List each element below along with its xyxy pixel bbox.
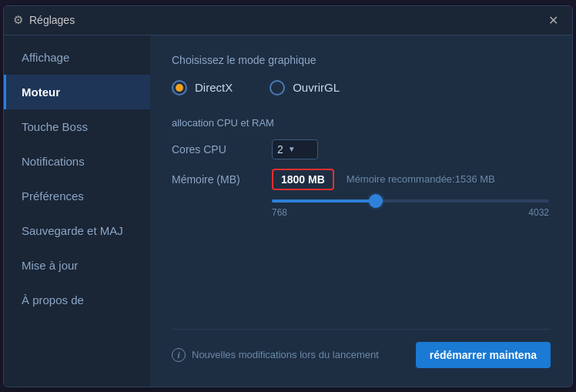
slider-row: 768 4032 bbox=[172, 199, 551, 218]
titlebar: ⚙ Réglages ✕ bbox=[4, 6, 572, 35]
content-area: Choisissez le mode graphique DirectX Ouv… bbox=[150, 35, 572, 387]
allocation-section: allocation CPU et RAM Cores CPU 2 ▼ Mémo… bbox=[172, 117, 551, 218]
sidebar-item-a-propos[interactable]: À propos de bbox=[4, 283, 150, 317]
allocation-title: allocation CPU et RAM bbox=[172, 117, 551, 129]
footer-info: i Nouvelles modifications lors du lancem… bbox=[172, 348, 379, 362]
ouvrirgl-option[interactable]: OuvrirGL bbox=[270, 80, 340, 95]
slider-min-label: 768 bbox=[272, 207, 287, 218]
gear-icon: ⚙ bbox=[13, 13, 23, 27]
slider-thumb[interactable] bbox=[369, 194, 383, 208]
directx-label: DirectX bbox=[195, 81, 233, 94]
memory-row: Mémoire (MB) 1800 MB Mémoire recommandée… bbox=[172, 169, 551, 190]
slider-labels: 768 4032 bbox=[272, 207, 549, 218]
dropdown-arrow-icon: ▼ bbox=[288, 145, 296, 153]
ouvrirgl-radio[interactable] bbox=[270, 80, 285, 95]
directx-radio-dot bbox=[176, 84, 183, 92]
graphics-options-row: DirectX OuvrirGL bbox=[172, 80, 551, 95]
cores-label: Cores CPU bbox=[172, 143, 272, 156]
directx-radio[interactable] bbox=[172, 80, 187, 95]
ouvrirgl-label: OuvrirGL bbox=[293, 81, 340, 94]
info-icon: i bbox=[172, 348, 186, 362]
sidebar-item-moteur[interactable]: Moteur bbox=[4, 75, 150, 109]
memory-slider-container: 768 4032 bbox=[272, 199, 549, 218]
sidebar-item-notifications[interactable]: Notifications bbox=[4, 144, 150, 179]
footer: i Nouvelles modifications lors du lancem… bbox=[172, 329, 551, 368]
cores-value: 2 bbox=[277, 143, 283, 156]
restart-label: rédémarrer maintena bbox=[430, 349, 537, 361]
memory-recommendation: Mémoire recommandée:1536 MB bbox=[347, 173, 495, 185]
slider-max-label: 4032 bbox=[528, 207, 549, 218]
slider-track[interactable] bbox=[272, 199, 549, 203]
sidebar-item-sauvegarde[interactable]: Sauvegarde et MAJ bbox=[4, 213, 150, 248]
window-title: Réglages bbox=[29, 14, 544, 26]
cores-row: Cores CPU 2 ▼ bbox=[172, 139, 551, 159]
memory-value-box[interactable]: 1800 MB bbox=[272, 169, 334, 190]
settings-window: ⚙ Réglages ✕ Affichage Moteur Touche Bos… bbox=[3, 5, 573, 387]
cores-dropdown[interactable]: 2 ▼ bbox=[272, 139, 318, 159]
graphics-section-title: Choisissez le mode graphique bbox=[172, 54, 551, 66]
sidebar-item-touche-boss[interactable]: Touche Boss bbox=[4, 109, 150, 144]
sidebar-item-affichage[interactable]: Affichage bbox=[4, 40, 150, 75]
restart-button[interactable]: rédémarrer maintena bbox=[416, 342, 551, 368]
slider-fill bbox=[272, 199, 372, 203]
sidebar-item-preferences[interactable]: Préférences bbox=[4, 179, 150, 213]
window-body: Affichage Moteur Touche Boss Notificatio… bbox=[4, 35, 572, 387]
memory-label: Mémoire (MB) bbox=[172, 173, 272, 186]
sidebar: Affichage Moteur Touche Boss Notificatio… bbox=[4, 35, 150, 387]
sidebar-item-mise-a-jour[interactable]: Mise à jour bbox=[4, 248, 150, 283]
close-button[interactable]: ✕ bbox=[544, 12, 563, 29]
directx-option[interactable]: DirectX bbox=[172, 80, 233, 95]
footer-info-text: Nouvelles modifications lors du lancemen… bbox=[192, 349, 379, 360]
